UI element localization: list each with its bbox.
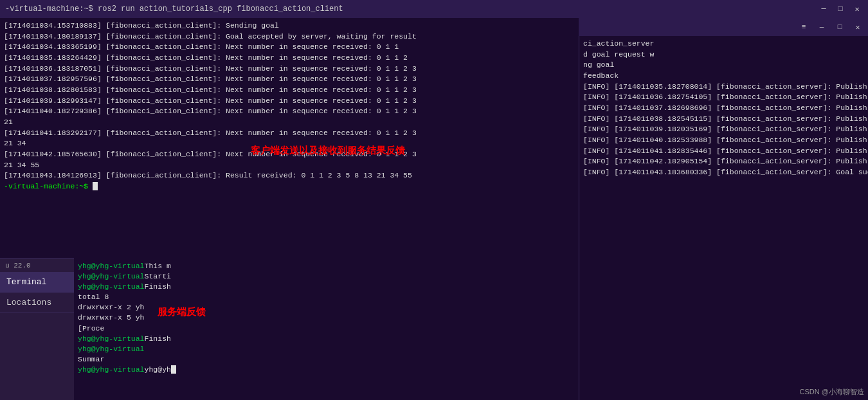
annotation-server: 服务端反馈 — [158, 305, 206, 318]
bottom-terminal[interactable]: yhg@yhg-virtualThis myhg@yhg-virtualStar… — [74, 259, 579, 400]
terminal-line: [1714011041.183292177] [fibonacci_action… — [4, 128, 575, 139]
sidebar-version: u 22.0 — [0, 259, 74, 272]
server-top-line: d goal request w — [583, 50, 864, 60]
minimize-btn[interactable]: — — [818, 3, 829, 15]
server-top-line: ng goal — [583, 60, 864, 71]
server-terminal-line: [INFO] [1714011037.182698696] [fibonacci… — [583, 103, 864, 114]
server-top-line: feedback — [583, 71, 864, 82]
title-bar: -virtual-machine:~$ ros2 run action_tuto… — [0, 0, 868, 18]
server-terminal-line: [INFO] [1714011042.182905154] [fibonacci… — [583, 156, 864, 167]
client-terminal[interactable]: [1714011034.153710883] [fibonacci_action… — [0, 18, 579, 259]
right-panel-titlebar: ≡ — □ ✕ — [579, 18, 868, 36]
terminal-line: [1714011039.182993147] [fibonacci_action… — [4, 96, 575, 107]
server-terminal-line: [INFO] [1714011038.182545115] [fibonacci… — [583, 114, 864, 125]
terminal-line: [1714011034.183365199] [fibonacci_action… — [4, 42, 575, 53]
bottom-terminal-line: yhg@yhg-virtualFinish — [78, 334, 575, 344]
terminal-line: 21 — [4, 117, 575, 128]
title-text: -virtual-machine:~$ ros2 run action_tuto… — [5, 5, 343, 14]
tab-locations[interactable]: Locations — [0, 293, 74, 313]
server-terminal-line: [INFO] [1714011039.182035169] [fibonacci… — [583, 124, 864, 135]
bottom-terminal-line: yhg@yhg-virtualThis m — [78, 261, 575, 271]
bottom-terminal-line: yhg@yhg-virtualStarti — [78, 271, 575, 282]
bottom-section: u 22.0 Terminal Locations yhg@yhg-virtua… — [0, 259, 579, 400]
prompt-line: -virtual-machine:~$ — [4, 181, 575, 192]
terminal-line: [1714011034.153710883] [fibonacci_action… — [4, 21, 575, 32]
left-panel: [1714011034.153710883] [fibonacci_action… — [0, 18, 579, 400]
terminal-line: [1714011034.180189137] [fibonacci_action… — [4, 32, 575, 42]
terminal-line: [1714011036.183187051] [fibonacci_action… — [4, 64, 575, 75]
close-right-btn[interactable]: ✕ — [853, 22, 863, 32]
bottom-terminal-line: yhg@yhg-virtual — [78, 344, 575, 354]
annotation-client: 客户端发送以及接收到服务结果反馈 — [251, 143, 405, 158]
server-terminal[interactable]: ci_action_serverd goal request wng goalf… — [579, 36, 868, 400]
terminal-line: [1714011038.182801583] [fibonacci_action… — [4, 85, 575, 96]
watermark: CSDN @小海聊智造 — [800, 387, 864, 397]
bottom-terminal-line: [Proce — [78, 323, 575, 334]
server-terminal-line: [INFO] [1714011040.182533988] [fibonacci… — [583, 135, 864, 146]
terminal-line: [1714011043.184126913] [fibonacci_action… — [4, 170, 575, 181]
bottom-terminal-line: Summar — [78, 354, 575, 365]
server-terminal-line: [INFO] [1714011041.182835446] [fibonacci… — [583, 146, 864, 157]
terminal-line: 21 34 55 — [4, 160, 575, 171]
terminal-line: [1714011040.182729386] [fibonacci_action… — [4, 106, 575, 117]
server-terminal-line: [INFO] [1714011035.182708014] [fibonacci… — [583, 82, 864, 93]
bottom-terminal-line: drwxrwxr-x 5 yh — [78, 313, 575, 323]
sidebar: u 22.0 Terminal Locations — [0, 259, 74, 400]
bottom-terminal-line: yhg@yhg-virtualyhg@yh — [78, 365, 575, 375]
server-terminal-line: [INFO] [1714011043.183680336] [fibonacci… — [583, 167, 864, 178]
server-terminal-line: [INFO] [1714011036.182754105] [fibonacci… — [583, 92, 864, 103]
minimize-right-btn[interactable]: — — [817, 22, 827, 32]
maximize-btn[interactable]: □ — [835, 3, 846, 15]
terminal-line: [1714011037.182957596] [fibonacci_action… — [4, 74, 575, 85]
bottom-terminal-line: total 8 — [78, 292, 575, 302]
terminal-line: [1714011035.183264429] [fibonacci_action… — [4, 53, 575, 64]
close-btn[interactable]: ✕ — [851, 3, 863, 15]
bottom-terminal-line: yhg@yhg-virtualFinish — [78, 282, 575, 292]
maximize-right-btn[interactable]: □ — [835, 22, 845, 32]
tab-terminal[interactable]: Terminal — [0, 272, 74, 293]
menu-icon[interactable]: ≡ — [799, 22, 809, 32]
server-top-line: ci_action_server — [583, 39, 864, 50]
bottom-terminal-line: drwxrwxr-x 2 yh — [78, 302, 575, 313]
